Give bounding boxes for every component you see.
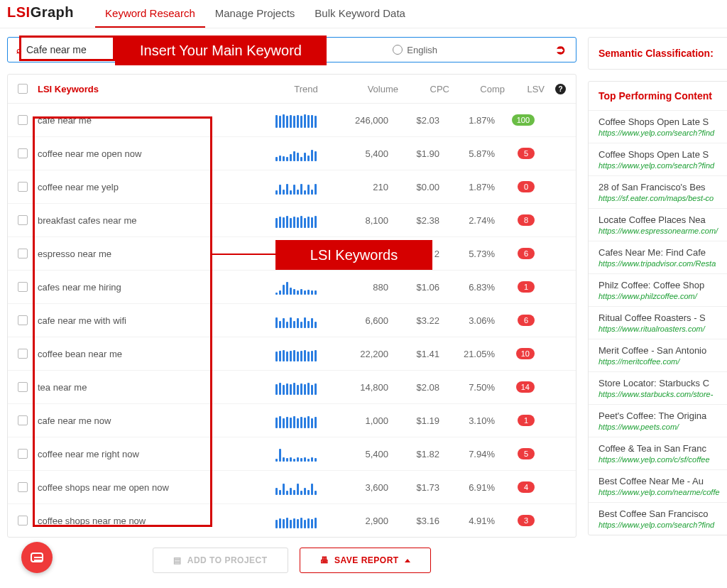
cpc-cell: $1.06 [388, 282, 439, 293]
lsv-cell: 100 [495, 114, 535, 126]
content-item[interactable]: Coffee Shops Open Late Shttps://www.yelp… [589, 110, 727, 143]
content-title: Ritual Coffee Roasters - S [598, 312, 720, 323]
content-item[interactable]: Philz Coffee: Coffee Shophttps://www.phi… [589, 273, 727, 306]
content-item[interactable]: Merit Coffee - San Antoniohttps://meritc… [589, 339, 727, 371]
content-item[interactable]: Store Locator: Starbucks Chttps://www.st… [589, 371, 727, 404]
keyword-cell[interactable]: coffee near me yelp [38, 182, 262, 192]
save-report-button[interactable]: 🖶 SAVE REPORT [300, 548, 431, 573]
add-to-project-button[interactable]: ▤ ADD TO PROJECT [153, 548, 288, 573]
comp-cell: 1.87% [439, 115, 495, 126]
select-all-checkbox[interactable] [18, 84, 28, 94]
cpc-cell: 2 [388, 249, 439, 259]
comp-cell: 6.91% [439, 482, 495, 493]
row-checkbox[interactable] [18, 415, 28, 425]
help-icon[interactable]: ? [555, 84, 566, 94]
lsv-pill: 1 [518, 281, 535, 293]
content-url: https://www.philzcoffee.com/ [598, 290, 720, 300]
logo-lsi: LSI [7, 4, 31, 21]
keyword-cell[interactable]: coffee bean near me [38, 349, 262, 359]
keyword-cell[interactable]: coffee near me right now [38, 449, 262, 459]
content-title: Store Locator: Starbucks C [598, 378, 720, 388]
content-item[interactable]: Peet's Coffee: The Originahttps://www.pe… [589, 404, 727, 437]
row-checkbox[interactable] [18, 249, 28, 258]
lsv-cell: 4 [495, 481, 535, 493]
chat-fab[interactable] [21, 542, 53, 573]
col-trend[interactable]: Trend [272, 84, 340, 94]
save-report-label: SAVE REPORT [334, 555, 399, 565]
keyword-cell[interactable]: cafe near me with wifi [38, 315, 262, 326]
content-url: https://www.tripadvisor.com/Resta [598, 258, 720, 268]
content-item[interactable]: Coffee & Tea in San Franchttps://www.yel… [589, 437, 727, 469]
col-keywords[interactable]: LSI Keywords [38, 84, 272, 94]
volume-cell: 8,100 [330, 215, 388, 226]
lsv-cell: 1 [495, 415, 535, 426]
row-checkbox[interactable] [18, 215, 28, 225]
row-checkbox[interactable] [18, 282, 28, 292]
content-item[interactable]: 28 of San Francisco's Beshttps://sf.eate… [589, 175, 727, 208]
keyword-cell[interactable]: coffee shops near me open now [38, 482, 262, 493]
lsv-pill: 6 [518, 315, 535, 326]
comp-cell: 2.74% [439, 215, 495, 226]
keyword-cell[interactable]: coffee near me open now [38, 148, 262, 159]
row-checkbox[interactable] [18, 315, 28, 325]
comp-cell: 7.94% [439, 449, 495, 459]
content-title: Best Coffee Near Me - Au [598, 476, 720, 486]
nav-manage-projects[interactable]: Manage Projects [205, 7, 305, 28]
table-row: breakfast cafes near me8,100$2.382.74%8 [8, 204, 576, 237]
volume-cell: 14,800 [330, 382, 388, 393]
keyword-cell[interactable]: cafe near me [38, 115, 262, 126]
content-url: https://meritcoffee.com/ [598, 356, 720, 366]
col-comp[interactable]: Comp [449, 84, 505, 94]
keyword-cell[interactable]: cafe near me now [38, 415, 262, 426]
row-checkbox[interactable] [18, 382, 28, 392]
volume-cell: 3,600 [330, 482, 388, 493]
lsv-pill: 6 [518, 248, 535, 259]
lsv-pill: 100 [512, 114, 535, 126]
table-row: coffee near me yelp210$0.001.87%0 [8, 170, 576, 204]
keyword-cell[interactable]: coffee shops near me now [38, 516, 262, 526]
cpc-cell: $1.90 [388, 148, 439, 159]
cpc-cell: $3.22 [388, 315, 439, 326]
col-volume[interactable]: Volume [340, 84, 398, 94]
results-panel: LSI Keywords Trend Volume CPC Comp LSV ?… [7, 74, 576, 538]
keyword-cell[interactable]: espresso near me [38, 249, 262, 259]
cpc-cell: $2.38 [388, 215, 439, 226]
row-checkbox[interactable] [18, 449, 28, 459]
nav-keyword-research[interactable]: Keyword Research [95, 7, 205, 28]
submit-search-button[interactable]: ➲ [551, 42, 570, 58]
lsv-cell: 6 [495, 248, 535, 259]
keyword-cell[interactable]: tea near me [38, 382, 262, 393]
row-checkbox[interactable] [18, 482, 28, 492]
content-item[interactable]: Best Coffee Near Me - Auhttps://www.yelp… [589, 469, 727, 502]
content-title: Coffee Shops Open Late S [598, 116, 720, 127]
content-item[interactable]: Best Coffee San Franciscohttps://www.yel… [589, 502, 727, 535]
keyword-input[interactable] [26, 44, 393, 55]
language-selector[interactable]: English [393, 45, 551, 55]
nav-bulk-keyword-data[interactable]: Bulk Keyword Data [305, 7, 415, 28]
col-lsv[interactable]: LSV [505, 84, 545, 94]
comp-cell: 6.83% [439, 282, 495, 293]
row-checkbox[interactable] [18, 516, 28, 526]
lsv-cell: 10 [495, 348, 535, 359]
keyword-cell[interactable]: cafes near me hiring [38, 282, 262, 293]
lsv-pill: 14 [516, 381, 535, 393]
content-item[interactable]: Ritual Coffee Roasters - Shttps://www.ri… [589, 306, 727, 339]
cpc-cell: $1.82 [388, 449, 439, 459]
globe-icon [393, 45, 403, 55]
keyword-cell[interactable]: breakfast cafes near me [38, 215, 262, 226]
search-icon: ⌕ [13, 45, 26, 55]
row-checkbox[interactable] [18, 349, 28, 359]
content-item[interactable]: Locate Coffee Places Neahttps://www.espr… [589, 208, 727, 241]
lsv-cell: 0 [495, 181, 535, 192]
top-performing-title: Top Performing Content [589, 86, 727, 110]
lsv-cell: 6 [495, 315, 535, 326]
lsv-pill: 1 [518, 415, 535, 426]
chat-icon [31, 552, 43, 562]
row-checkbox[interactable] [18, 148, 28, 158]
col-cpc[interactable]: CPC [398, 84, 449, 94]
content-item[interactable]: Cafes Near Me: Find Cafehttps://www.trip… [589, 241, 727, 273]
table-row: coffee bean near me22,200$1.4121.05%10 [8, 337, 576, 371]
content-item[interactable]: Coffee Shops Open Late Shttps://www.yelp… [589, 143, 727, 175]
row-checkbox[interactable] [18, 182, 28, 192]
row-checkbox[interactable] [18, 115, 28, 125]
